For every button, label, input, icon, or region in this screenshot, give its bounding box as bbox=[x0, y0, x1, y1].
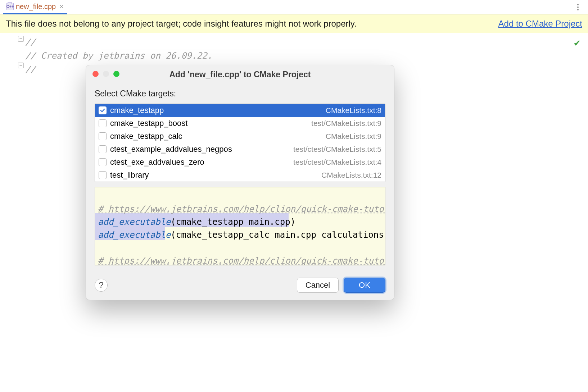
target-location: test/ctest/CMakeLists.txt:5 bbox=[293, 145, 381, 154]
checkbox[interactable] bbox=[99, 171, 107, 179]
preview-comment: # https://www.jetbrains.com/help/clion/q… bbox=[98, 204, 385, 214]
target-location: test/CMakeLists.txt:9 bbox=[311, 119, 381, 128]
target-name: cmake_testapp_calc bbox=[110, 132, 322, 141]
checkbox[interactable] bbox=[99, 132, 107, 140]
preview-fn: add_executable bbox=[98, 217, 171, 227]
preview-fn: add_executable bbox=[98, 230, 171, 240]
dialog-footer: ? Cancel OK bbox=[86, 273, 394, 300]
cmake-target-row[interactable]: cmake_testappCMakeLists.txt:8 bbox=[95, 104, 385, 117]
cmake-target-row[interactable]: ctest_exe_addvalues_zerotest/ctest/CMake… bbox=[95, 156, 385, 169]
target-name: cmake_testapp bbox=[110, 106, 322, 115]
dialog-title: Add 'new_file.cpp' to CMake Project bbox=[169, 70, 311, 79]
cmake-target-row[interactable]: test_libraryCMakeLists.txt:12 bbox=[95, 169, 385, 182]
cmake-target-row[interactable]: cmake_testapp_boosttest/CMakeLists.txt:9 bbox=[95, 117, 385, 130]
checkbox[interactable] bbox=[99, 145, 107, 153]
preview-comment: # https://www.jetbrains.com/help/clion/q… bbox=[98, 256, 385, 265]
preview-args: (cmake_testapp main.cpp) bbox=[171, 217, 295, 227]
preview-args: (cmake_testapp_calc main.cpp calculation… bbox=[171, 230, 385, 240]
cmake-target-row[interactable]: cmake_testapp_calcCMakeLists.txt:9 bbox=[95, 130, 385, 143]
cancel-button[interactable]: Cancel bbox=[297, 278, 339, 293]
cmake-preview: # https://www.jetbrains.com/help/clion/q… bbox=[95, 187, 385, 265]
section-label: Select CMake targets: bbox=[95, 89, 385, 99]
checkbox[interactable] bbox=[99, 119, 107, 127]
ok-button[interactable]: OK bbox=[344, 278, 385, 293]
window-minimize-icon[interactable] bbox=[103, 71, 109, 77]
target-name: ctest_example_addvalues_negpos bbox=[110, 145, 290, 154]
checkbox[interactable] bbox=[99, 158, 107, 166]
target-name: cmake_testapp_boost bbox=[110, 119, 308, 128]
cmake-target-list: cmake_testappCMakeLists.txt:8cmake_testa… bbox=[95, 104, 385, 182]
window-maximize-icon[interactable] bbox=[113, 71, 119, 77]
target-location: CMakeLists.txt:9 bbox=[326, 132, 381, 141]
target-location: CMakeLists.txt:8 bbox=[326, 106, 381, 115]
help-button[interactable]: ? bbox=[95, 279, 108, 292]
target-name: ctest_exe_addvalues_zero bbox=[110, 158, 290, 167]
checkbox[interactable] bbox=[99, 106, 107, 114]
dialog-titlebar: Add 'new_file.cpp' to CMake Project bbox=[86, 65, 394, 84]
add-to-cmake-dialog: Add 'new_file.cpp' to CMake Project Sele… bbox=[86, 65, 394, 300]
cmake-target-row[interactable]: ctest_example_addvalues_negpostest/ctest… bbox=[95, 143, 385, 156]
target-name: test_library bbox=[110, 170, 318, 180]
target-location: CMakeLists.txt:12 bbox=[321, 171, 381, 179]
dialog-backdrop: Add 'new_file.cpp' to CMake Project Sele… bbox=[0, 0, 588, 392]
window-close-icon[interactable] bbox=[92, 71, 99, 77]
target-location: test/ctest/CMakeLists.txt:4 bbox=[293, 158, 381, 167]
